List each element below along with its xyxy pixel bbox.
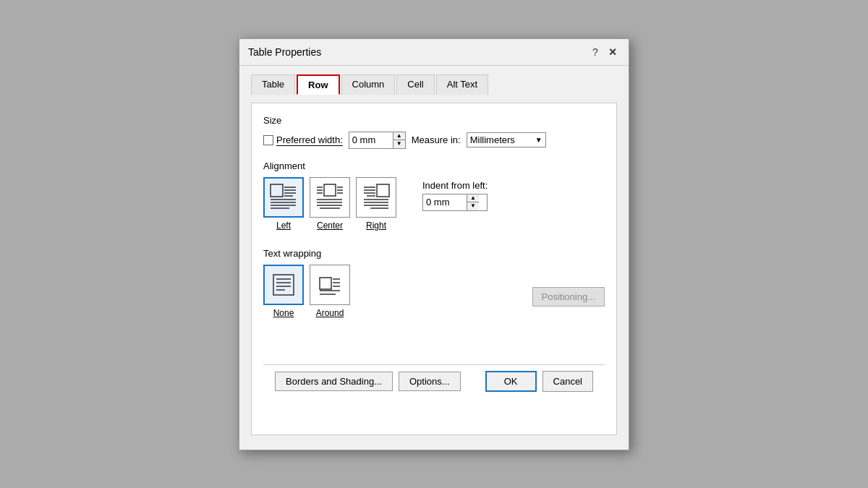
align-center-icon-box[interactable] [310,177,350,218]
dialog-overlay: Table Properties ? ✕ Table Row Column Ce… [0,0,868,488]
align-left-icon-box[interactable] [263,177,304,218]
footer-left-buttons: Borders and Shading... Options... [275,372,461,391]
tab-column[interactable]: Column [341,74,396,95]
tab-cell[interactable]: Cell [396,74,434,95]
wrap-none-icon [269,270,298,299]
preferred-width-label: Preferred width: [276,134,343,146]
close-button[interactable]: ✕ [605,45,620,59]
align-right-icon-box[interactable] [356,177,396,218]
wrap-around-option[interactable]: Around [310,265,350,318]
indent-decrement[interactable]: ▼ [467,202,479,210]
width-input[interactable] [349,133,393,147]
wrap-none-icon-box[interactable] [263,265,304,305]
help-button[interactable]: ? [588,45,603,59]
measure-select-arrow-icon: ▼ [535,136,542,144]
options-button[interactable]: Options... [399,372,461,391]
indent-spinner-buttons: ▲ ▼ [467,194,479,210]
table-properties-dialog: Table Properties ? ✕ Table Row Column Ce… [239,38,629,450]
positioning-button[interactable]: Positioning... [532,287,605,307]
size-row: Preferred width: ▲ ▼ Measure in: Millime… [263,132,605,149]
tab-table[interactable]: Table [251,74,295,95]
size-label: Size [263,115,605,126]
svg-rect-34 [320,278,331,289]
indent-increment[interactable]: ▲ [467,194,479,202]
indent-spinner[interactable]: ▲ ▼ [422,194,488,211]
measure-in-value: Millimeters [470,134,515,145]
alignment-section: Alignment [263,160,605,236]
preferred-width-checkbox[interactable] [263,135,273,145]
dialog-footer: Borders and Shading... Options... OK Can… [263,364,605,398]
wrapping-row: None [263,265,605,324]
wrap-none-option[interactable]: None [263,265,304,318]
cancel-button[interactable]: Cancel [542,371,593,392]
wrap-none-label: None [273,308,294,318]
wrap-around-label: Around [316,308,344,318]
borders-shading-button[interactable]: Borders and Shading... [275,372,393,391]
ok-button[interactable]: OK [485,371,537,392]
align-right-option[interactable]: Right [356,177,396,231]
width-decrement[interactable]: ▼ [393,140,405,148]
wrap-around-icon-box[interactable] [310,265,350,305]
indent-label: Indent from left: [422,180,488,191]
measure-in-label: Measure in: [412,134,461,145]
wrapping-icons: None [263,265,350,318]
preferred-width-checkbox-label[interactable]: Preferred width: [263,134,343,146]
width-spinner[interactable]: ▲ ▼ [349,132,406,149]
measure-in-select[interactable]: Millimeters ▼ [467,132,546,147]
svg-rect-0 [271,184,283,197]
alignment-icons: Left [263,177,396,231]
tab-alt-text[interactable]: Alt Text [436,74,488,95]
align-center-icon [315,183,344,212]
width-spinner-buttons: ▲ ▼ [393,132,405,148]
spacer [263,335,605,364]
dialog-title: Table Properties [248,46,321,58]
svg-rect-9 [324,184,336,196]
text-wrapping-section: Text wrapping [263,248,605,324]
svg-rect-20 [377,184,389,197]
text-wrapping-label: Text wrapping [263,248,605,259]
align-right-icon [362,183,391,212]
tab-bar: Table Row Column Cell Alt Text [251,74,617,95]
tab-content: Size Preferred width: ▲ ▼ [251,103,617,435]
size-section: Size Preferred width: ▲ ▼ [263,115,605,149]
dialog-titlebar: Table Properties ? ✕ [239,39,629,66]
width-increment[interactable]: ▲ [393,132,405,140]
alignment-label: Alignment [263,160,605,171]
footer-right-buttons: OK Cancel [485,371,593,392]
dialog-content: Table Row Column Cell Alt Text Size Pref… [239,66,629,444]
indent-input[interactable] [423,195,467,209]
tab-row[interactable]: Row [297,74,339,95]
align-right-label: Right [366,221,386,231]
align-center-option[interactable]: Center [310,177,350,231]
dialog-controls: ? ✕ [588,45,620,59]
align-center-label: Center [317,221,343,231]
align-left-label: Left [276,221,291,231]
align-left-icon [269,183,298,212]
wrap-around-icon [315,270,344,299]
align-left-option[interactable]: Left [263,177,304,231]
svg-rect-29 [273,275,294,295]
